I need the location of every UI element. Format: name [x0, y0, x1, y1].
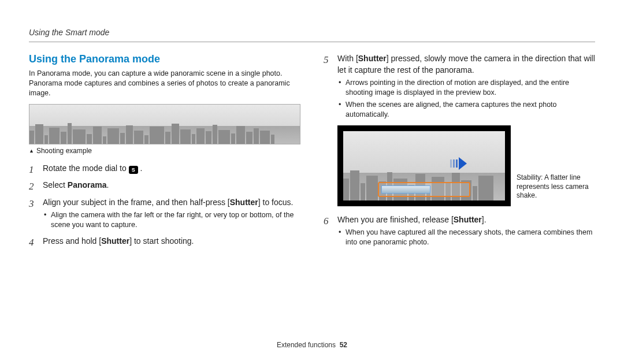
header-divider — [29, 42, 595, 42]
camera-preview-image — [337, 125, 511, 206]
step-sublist: Arrows pointing in the direction of moti… — [337, 78, 595, 120]
step-4: 4 Press and hold [Shutter] to start shoo… — [29, 236, 300, 247]
example-caption: Shooting example — [29, 147, 300, 155]
preview-row: Stability: A flatter line represents les… — [337, 125, 595, 206]
step-text: When you are finished, release [ — [337, 215, 454, 224]
step-text: Align your subject in the frame, and the… — [43, 198, 230, 207]
steps-list-right-2: 6 When you are finished, release [Shutte… — [324, 214, 595, 247]
step-3: 3 Align your subject in the frame, and t… — [29, 197, 300, 230]
step-number: 6 — [324, 214, 329, 228]
step-number: 3 — [29, 197, 34, 211]
sub-item: Align the camera with the far left or th… — [43, 210, 300, 230]
breadcrumb: Using the Smart mode — [29, 28, 109, 37]
step-text: Select — [43, 180, 68, 190]
step-number: 4 — [29, 236, 34, 250]
sub-item: When you have captured all the necessary… — [337, 228, 595, 247]
panorama-example-image — [29, 104, 300, 144]
steps-list-right: 5 With [Shutter] pressed, slowly move th… — [324, 53, 595, 120]
footer-section: Extended functions — [277, 341, 336, 349]
content-columns: Using the Panorama mode In Panorama mode… — [29, 53, 595, 253]
left-column: Using the Panorama mode In Panorama mode… — [29, 53, 300, 253]
sub-item: Arrows pointing in the direction of moti… — [337, 78, 595, 98]
step-text: With [ — [337, 54, 358, 63]
section-title: Using the Panorama mode — [29, 53, 300, 65]
footer-page-number: 52 — [340, 341, 347, 349]
step-number: 2 — [29, 180, 34, 194]
step-sublist: Align the camera with the far left or th… — [43, 210, 300, 230]
intro-text: In Panorama mode, you can capture a wide… — [29, 69, 300, 98]
page-footer: Extended functions 52 — [0, 341, 624, 349]
right-column: 5 With [Shutter] pressed, slowly move th… — [324, 53, 595, 253]
step-text: Rotate the mode dial to — [43, 164, 129, 173]
panorama-progress-strip — [378, 182, 470, 197]
steps-list-left: 1 Rotate the mode dial to S . 2 Select P… — [29, 163, 300, 247]
direction-arrow-icon — [450, 157, 467, 170]
step-6: 6 When you are finished, release [Shutte… — [324, 214, 595, 247]
step-sublist: When you have captured all the necessary… — [337, 228, 595, 247]
step-number: 1 — [29, 163, 34, 177]
captured-portion — [381, 185, 430, 194]
step-number: 5 — [324, 53, 329, 67]
step-5: 5 With [Shutter] pressed, slowly move th… — [324, 53, 595, 120]
step-1: 1 Rotate the mode dial to S . — [29, 163, 300, 174]
mode-dial-s-icon: S — [129, 166, 138, 174]
stability-callout: Stability: A flatter line represents les… — [517, 173, 595, 206]
step-2: 2 Select Panorama. — [29, 180, 300, 191]
step-text: Press and hold [ — [43, 236, 101, 246]
sub-item: When the scenes are aligned, the camera … — [337, 100, 595, 120]
